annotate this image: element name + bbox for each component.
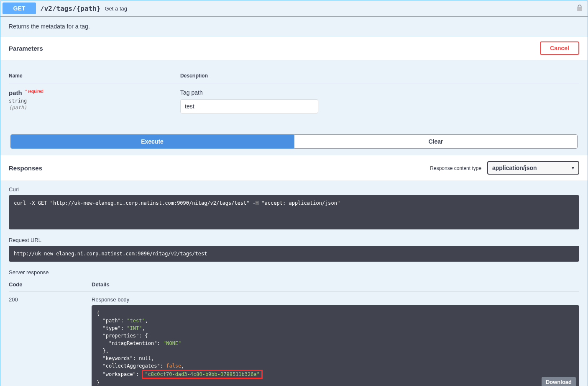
responses-title: Responses [9,165,42,172]
operation-block: GET /v2/tags/{path} Get a tag Returns th… [0,0,588,386]
response-row: 200 Response body { "path": "test", "typ… [9,291,579,386]
response-body-wrap: { "path": "test", "type": "INT", "proper… [92,305,579,386]
param-description: Tag path [180,89,579,96]
parameters-header: Parameters Cancel [0,36,588,60]
parameters-title: Parameters [9,45,43,52]
param-type: string [9,98,180,104]
execute-button[interactable]: Execute [10,134,294,149]
request-url-label: Request URL [9,237,579,243]
required-label: * required [25,89,43,94]
operation-description: Returns the metadata for a tag. [0,17,588,36]
operation-summary-text: Get a tag [105,5,127,12]
clear-button[interactable]: Clear [294,134,578,149]
parameters-table-wrap: Name Description path * required string … [0,60,588,126]
col-name-header: Name [9,69,180,83]
http-method-badge: GET [3,3,36,14]
param-name: path [9,89,22,96]
curl-command[interactable]: curl -X GET "http://uk-new-elaneg.ni.cor… [9,195,579,229]
responses-body: Curl curl -X GET "http://uk-new-elaneg.n… [0,180,588,386]
col-desc-header: Description [180,69,579,83]
param-row: path * required string (path) Tag path [9,83,579,118]
details-header: Details [92,278,579,291]
curl-label: Curl [9,186,579,193]
response-body-label: Response body [92,296,579,303]
content-type-select[interactable]: application/json [487,161,579,175]
cancel-button[interactable]: Cancel [540,41,579,55]
action-buttons: Execute Clear [0,126,588,155]
request-url-block: Request URL http://uk-new-elaneg.ni.corp… [9,237,579,262]
server-response-label: Server response [9,269,579,275]
parameters-table: Name Description path * required string … [9,69,579,118]
code-header: Code [9,278,92,291]
operation-path: /v2/tags/{path} [40,5,101,13]
operation-summary[interactable]: GET /v2/tags/{path} Get a tag [0,0,588,17]
download-button[interactable]: Download [542,377,576,386]
curl-block: Curl curl -X GET "http://uk-new-elaneg.n… [9,186,579,229]
responses-header: Responses Response content type applicat… [0,155,588,180]
response-table: Code Details 200 Response body { "path":… [9,278,579,386]
response-body[interactable]: { "path": "test", "type": "INT", "proper… [92,305,579,386]
content-type-label: Response content type [430,165,481,171]
request-url[interactable]: http://uk-new-elaneg.ni.corp.natinst.com… [9,246,579,262]
param-in: (path) [9,105,180,111]
response-code: 200 [9,291,92,386]
lock-icon[interactable] [576,4,583,13]
content-type-select-wrap: application/json [487,161,579,175]
param-input[interactable] [180,99,318,113]
